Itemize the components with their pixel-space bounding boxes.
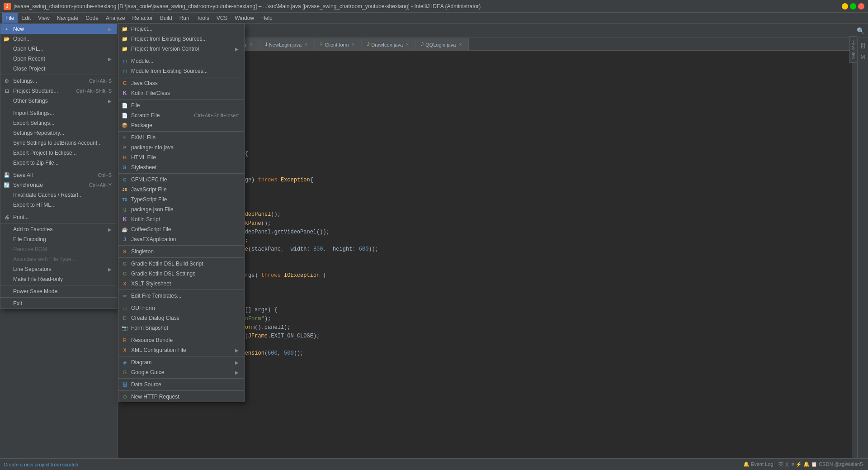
new-project-vcs[interactable]: 📁 Project from Version Control ▶ — [118, 44, 244, 54]
new-package-info[interactable]: P package-info.java — [118, 142, 244, 152]
menu-tools[interactable]: Tools — [193, 13, 213, 24]
new-module-existing[interactable]: ◻ Module from Existing Sources... — [118, 66, 244, 76]
new-java-class[interactable]: C Java Class — [118, 78, 244, 88]
new-project[interactable]: 📁 Project... — [118, 24, 244, 34]
menu-edit[interactable]: Edit — [18, 13, 34, 24]
new-scratch-file[interactable]: 📄 Scratch File Ctrl+Alt+Shift+Insert — [118, 110, 244, 120]
separator-4 — [0, 211, 117, 211]
file-menu-settings-repo[interactable]: Settings Repository... — [0, 128, 117, 138]
new-kotlin-class[interactable]: K Kotlin File/Class — [118, 88, 244, 98]
menu-help[interactable]: Help — [258, 13, 276, 24]
close-button[interactable] — [858, 3, 864, 9]
tab-close-qqlogin[interactable]: × — [458, 42, 463, 47]
new-gradle-kotlin-settings[interactable]: G Gradle Kotlin DSL Settings — [118, 269, 244, 279]
form-snapshot-icon: 📷 — [121, 324, 128, 332]
file-menu-file-encoding[interactable]: File Encoding — [0, 234, 117, 244]
file-menu-sync-settings[interactable]: Sync Settings to JetBrains Account... — [0, 138, 117, 148]
new-package[interactable]: 📦 Package — [118, 120, 244, 130]
tab-qqlogin-java[interactable]: J QQLogin.java × — [416, 38, 469, 50]
favorites-sidebar[interactable]: Favorites — [849, 36, 857, 63]
new-create-dialog-class[interactable]: D Create Dialog Class — [118, 313, 244, 323]
file-menu-export-settings[interactable]: Export Settings... — [0, 118, 117, 128]
new-fxml[interactable]: F FXML File — [118, 133, 244, 142]
kotlin-icon: K — [121, 90, 128, 97]
new-form-snapshot[interactable]: 📷 Form Snapshot — [118, 323, 244, 333]
sep-n6 — [118, 245, 244, 246]
file-menu-save-all[interactable]: 💾 Save All Ctrl+S — [0, 170, 117, 180]
new-file[interactable]: 📄 File — [118, 100, 244, 110]
new-stylesheet[interactable]: S Stylesheet — [118, 162, 244, 172]
print-icon: 🖨 — [3, 214, 10, 221]
maven-icon[interactable]: M — [859, 52, 868, 62]
event-log-button[interactable]: 🔔 Event Log — [743, 461, 774, 467]
file-menu-add-favorites[interactable]: Add to Favorites ▶ — [0, 224, 117, 234]
new-ts[interactable]: TS TypeScript File — [118, 195, 244, 204]
separator-5 — [0, 223, 117, 223]
menu-window[interactable]: Window — [231, 13, 258, 24]
menu-run[interactable]: Run — [176, 13, 193, 24]
file-menu-synchronize[interactable]: 🔄 Synchronize Ctrl+Alt+Y — [0, 180, 117, 190]
menu-navigate[interactable]: Navigate — [53, 13, 82, 24]
create-new-project-label[interactable]: Create a new project from scratch — [4, 462, 78, 467]
file-menu-new[interactable]: + New ▶ — [0, 24, 117, 34]
new-package-json[interactable]: {} package.json File — [118, 204, 244, 214]
file-menu-exit[interactable]: Exit — [0, 299, 117, 309]
new-kotlin-script[interactable]: K Kotlin Script — [118, 214, 244, 224]
new-project-existing[interactable]: 📁 Project from Existing Sources... — [118, 34, 244, 44]
tab-close-client-form[interactable]: × — [350, 42, 356, 47]
menu-view[interactable]: View — [34, 13, 53, 24]
new-singleton[interactable]: S Singleton — [118, 247, 244, 256]
scrollbar[interactable] — [852, 51, 857, 458]
new-resource-bundle[interactable]: R Resource Bundle — [118, 335, 244, 345]
file-menu-import-settings[interactable]: Import Settings... — [0, 108, 117, 118]
new-http-request[interactable]: ⊕ New HTTP Request — [118, 392, 244, 402]
maximize-button[interactable] — [850, 3, 856, 9]
new-google-guice[interactable]: G Google Guice ▶ — [118, 367, 244, 377]
menu-file[interactable]: File — [2, 13, 18, 24]
file-menu-open-url[interactable]: Open URL... — [0, 44, 117, 54]
file-menu-close-project[interactable]: Close Project — [0, 64, 117, 74]
new-diagram[interactable]: ◈ Diagram ▶ — [118, 357, 244, 367]
file-menu-settings[interactable]: ⚙ Settings... Ctrl+Alt+S — [0, 76, 117, 86]
new-coffeescript[interactable]: ☕ CoffeeScript File — [118, 224, 244, 234]
tab-close-drawicon[interactable]: × — [405, 42, 410, 47]
file-menu-export-html[interactable]: Export to HTML... — [0, 200, 117, 210]
menu-build[interactable]: Build — [156, 13, 176, 24]
new-javafx-app[interactable]: J JavaFXApplication — [118, 234, 244, 244]
new-xml-config[interactable]: X XML Configuration File ▶ — [118, 345, 244, 355]
tab-close-indexpage[interactable]: × — [248, 42, 254, 47]
menu-code[interactable]: Code — [82, 13, 102, 24]
tab-client-form[interactable]: F Client.form × — [315, 38, 362, 50]
new-edit-templates[interactable]: ✏ Edit File Templates... — [118, 291, 244, 301]
new-module[interactable]: ◻ Module... — [118, 56, 244, 66]
menu-vcs[interactable]: VCS — [213, 13, 231, 24]
menu-analyze[interactable]: Analyze — [102, 13, 129, 24]
file-menu-make-read-only[interactable]: Make File Read-only — [0, 274, 117, 284]
file-menu-line-separators[interactable]: Line Separators ▶ — [0, 264, 117, 274]
new-gradle-kotlin-build[interactable]: G Gradle Kotlin DSL Build Script — [118, 259, 244, 269]
new-xslt[interactable]: X XSLT Stylesheet — [118, 279, 244, 289]
module-existing-icon: ◻ — [121, 67, 128, 75]
new-gui-form[interactable]: □ GUI Form — [118, 303, 244, 313]
database-icon[interactable]: 🗄 — [859, 42, 868, 51]
file-menu-export-zip[interactable]: Export to Zip File... — [0, 158, 117, 168]
file-menu-open[interactable]: 📂 Open... — [0, 34, 117, 44]
tab-newlogin-java[interactable]: J NewLogin.java × — [259, 38, 315, 50]
menu-refactor[interactable]: Refactor — [129, 13, 156, 24]
new-html[interactable]: H HTML File — [118, 152, 244, 162]
tab-close-newlogin[interactable]: × — [303, 42, 309, 47]
file-dropdown-menu: + New ▶ 📂 Open... Open URL... Open Recen… — [0, 24, 118, 309]
file-menu-open-recent[interactable]: Open Recent ▶ — [0, 54, 117, 64]
tab-drawicon-java[interactable]: J DrawIcon.java × — [362, 38, 416, 50]
new-js[interactable]: JS JavaScript File — [118, 185, 244, 195]
file-menu-project-structure[interactable]: ⊞ Project Structure... Ctrl+Alt+Shift+S — [0, 86, 117, 96]
file-menu-invalidate-caches[interactable]: Invalidate Caches / Restart... — [0, 190, 117, 200]
new-cfml[interactable]: C CFML/CFC file — [118, 175, 244, 185]
minimize-button[interactable] — [842, 3, 848, 9]
file-menu-export-eclipse[interactable]: Export Project to Eclipse... — [0, 148, 117, 158]
file-menu-power-save[interactable]: Power Save Mode — [0, 286, 117, 296]
search-everywhere[interactable]: 🔍 — [857, 27, 864, 34]
file-menu-other-settings[interactable]: Other Settings ▶ — [0, 96, 117, 106]
file-menu-print[interactable]: 🖨 Print... — [0, 212, 117, 222]
new-data-source[interactable]: 🗄 Data Source — [118, 380, 244, 389]
